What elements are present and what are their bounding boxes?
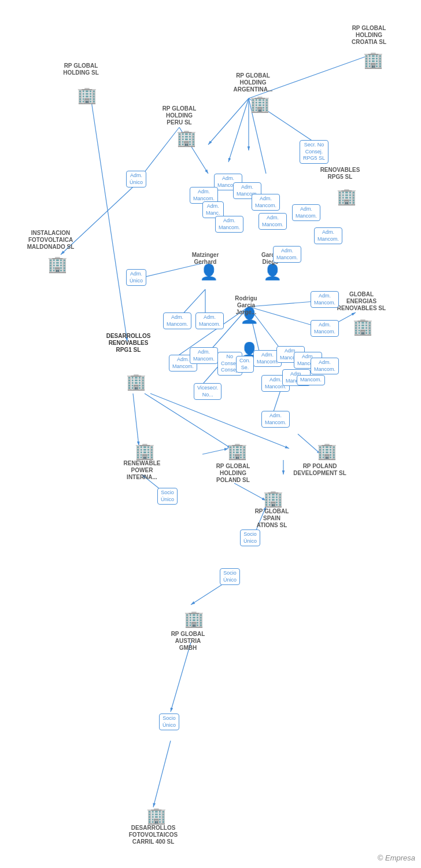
matzinger-gerhard-icon: 👤 xyxy=(200,263,218,281)
renewable-power-interna-icon: 🏢 xyxy=(135,442,155,461)
badge-secr-no-consej[interactable]: Secr. NoConsej.RPG5 SL xyxy=(300,140,328,164)
badge-adm-mancom-11[interactable]: Adm.Mancom. xyxy=(311,291,339,308)
badge-adm-mancom-12[interactable]: Adm.Mancom. xyxy=(311,320,339,337)
rp-global-holding-argentina-label: RP GLOBALHOLDINGARGENTINA... xyxy=(228,72,278,93)
global-energias-renovables-label: GLOBALENERGIASRENOVABLES SL xyxy=(333,291,390,312)
badge-socio-unico-4[interactable]: SocioÚnico xyxy=(159,713,179,730)
rp-global-austria-icon: 🏢 xyxy=(184,609,204,628)
badge-adm-mancom-23[interactable]: Adm.Mancom. xyxy=(261,411,290,428)
svg-line-34 xyxy=(202,448,228,454)
badge-socio-unico-3[interactable]: SocioÚnico xyxy=(220,568,240,585)
svg-line-27 xyxy=(234,483,266,501)
desarrollos-renovables-rpg1-label: DESARROLLOSRENOVABLESRPG1 SL xyxy=(100,333,157,354)
desarrollos-fotovoltaicos-icon: 🏢 xyxy=(146,806,167,825)
badge-adm-mancom-6[interactable]: Adm.Mancom. xyxy=(215,216,243,233)
rodrigu-garcia-jorge-label: RodriguGarciaJorge... xyxy=(227,295,265,316)
rp-global-holding-poland-label: RP GLOBALHOLDINGPOLAND SL xyxy=(207,463,259,484)
rp-global-austria-label: RP GLOBALAUSTRIAGMBH xyxy=(165,631,211,652)
garcia-diego-icon: 👤 xyxy=(263,263,282,281)
badge-adm-mancom-10[interactable]: Adm.Mancom. xyxy=(273,246,301,263)
instalacion-fotovoltaica-label: INSTALACIONFOTOVOLTAICAMALDONADO SL xyxy=(23,230,78,251)
watermark: © Empresa xyxy=(378,854,415,862)
badge-adm-mancom-20[interactable]: Adm.Mancom. xyxy=(311,358,339,374)
rp-global-holding-croatia-label: RP GLOBALHOLDINGCROATIA SL xyxy=(343,25,395,46)
svg-line-4 xyxy=(228,98,249,162)
badge-adm-mancom-16[interactable]: Adm.Mancom. xyxy=(190,347,218,364)
svg-line-1 xyxy=(90,90,127,341)
rp-global-holding-peru-icon: 🏢 xyxy=(176,128,197,148)
renovables-rpg5-icon: 🏢 xyxy=(337,187,357,206)
rp-global-spain-icon: 🏢 xyxy=(263,489,283,508)
badge-adm-unico-2[interactable]: Adm.Único xyxy=(126,269,146,286)
badge-adm-mancom-5[interactable]: Adm.Mancom. xyxy=(252,194,280,211)
badge-adm-mancom-14[interactable]: Adm.Mancom. xyxy=(195,312,224,329)
instalacion-fotovoltaica-icon: 🏢 xyxy=(47,255,68,274)
svg-line-22 xyxy=(145,393,231,448)
rp-global-holding-argentina-icon: 🏢 xyxy=(250,94,270,113)
badge-adm-mancom-7[interactable]: Adm.Mancom. xyxy=(258,213,287,230)
rp-poland-development-icon: 🏢 xyxy=(317,442,337,461)
desarrollos-renovables-rpg1-icon: 🏢 xyxy=(126,372,146,391)
rp-global-spain-label: RP GLOBALSPAINATIONS SL xyxy=(243,508,301,529)
badge-adm-mancom-8[interactable]: Adm.Mancom. xyxy=(292,204,320,221)
badge-socio-unico-2[interactable]: SocioÚnico xyxy=(240,529,260,546)
badge-adm-mancom-9[interactable]: Adm.Mancom. xyxy=(314,227,342,244)
badge-adm-unico-1[interactable]: Adm.Único xyxy=(126,171,146,187)
rp-global-holding-sl-label: RP GLOBAL HOLDING SL xyxy=(58,62,104,76)
desarrollos-fotovoltaicos-label: DESARROLLOSFOTOVOLTAICOSCARRIL 400 SL xyxy=(121,825,185,845)
badge-con-se[interactable]: Con.Se. xyxy=(236,356,254,373)
rp-global-holding-poland-icon: 🏢 xyxy=(227,442,248,461)
svg-line-21 xyxy=(133,393,139,446)
svg-line-31 xyxy=(153,741,171,807)
rp-global-holding-sl-icon: 🏢 xyxy=(77,86,97,105)
badge-mancom[interactable]: Mancom. xyxy=(297,375,325,385)
matzinger-gerhard-label: MatzingerGerhard xyxy=(182,252,228,266)
badge-socio-unico-1[interactable]: SocioÚnico xyxy=(157,488,178,505)
renovables-rpg5-label: RENOVABLESRPG5 SL xyxy=(314,167,366,181)
rp-global-holding-croatia-icon: 🏢 xyxy=(363,50,383,69)
svg-line-30 xyxy=(171,642,191,712)
svg-line-3 xyxy=(208,98,249,145)
badge-vicesecr[interactable]: Vicesecr.No... xyxy=(194,383,221,400)
global-energias-renovables-icon: 🏢 xyxy=(353,317,373,336)
rp-global-holding-peru-label: RP GLOBALHOLDINGPERU SL xyxy=(156,105,202,126)
rp-poland-development-label: RP POLANDDEVELOPMENT SL xyxy=(291,463,349,477)
badge-adm-mancom-13[interactable]: Adm.Mancom. xyxy=(163,312,191,329)
renewable-power-interna-label: RENEWABLEPOWERINTERNA... xyxy=(115,460,169,481)
